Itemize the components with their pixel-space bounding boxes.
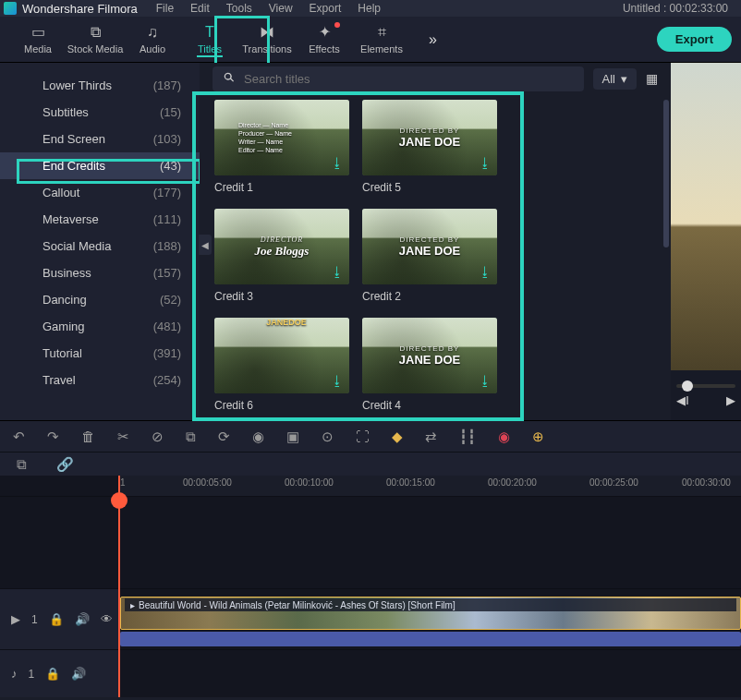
audio-track[interactable]: ♪ 1 🔒 🔊 bbox=[0, 649, 741, 697]
main-area: Lower Thirds(187) Subtitles(15) End Scre… bbox=[0, 63, 741, 420]
adjust-button[interactable]: ⇄ bbox=[425, 428, 437, 445]
title-card[interactable]: DIRECTED BYJANE DOE ⭳ Credit 5 bbox=[362, 100, 497, 194]
title-card[interactable]: Director — NameProducer — NameWriter — N… bbox=[214, 100, 349, 194]
redo-button[interactable]: ↷ bbox=[47, 428, 59, 445]
clip-title: Beautiful World - Wild Animals (Petar Mi… bbox=[139, 600, 456, 610]
download-icon[interactable]: ⭳ bbox=[331, 264, 344, 279]
filter-dropdown[interactable]: All ▾ bbox=[593, 68, 637, 90]
menu-tools[interactable]: Tools bbox=[226, 2, 252, 15]
title-thumb: JANEDOE ⭳ bbox=[214, 318, 349, 393]
sidebar-item-count: (481) bbox=[153, 320, 181, 333]
undo-button[interactable]: ↶ bbox=[13, 428, 25, 445]
export-button[interactable]: Export bbox=[657, 27, 732, 52]
menu-export[interactable]: Export bbox=[310, 2, 342, 15]
sidebar-item-travel[interactable]: Travel(254) bbox=[0, 367, 200, 393]
title-card-name: Credit 3 bbox=[214, 290, 349, 303]
sidebar-item-business[interactable]: Business(157) bbox=[0, 259, 200, 286]
audio-button[interactable]: ┇┇ bbox=[459, 428, 476, 445]
menu-help[interactable]: Help bbox=[358, 2, 381, 15]
tab-transitions[interactable]: ⧓ Transitions bbox=[238, 17, 296, 63]
tab-effects[interactable]: ✦ Effects bbox=[296, 17, 353, 63]
tab-media[interactable]: ▭ Media bbox=[9, 17, 67, 63]
speed-button[interactable]: ⟳ bbox=[218, 428, 230, 445]
title-card[interactable]: JANEDOE ⭳ Credit 6 bbox=[214, 318, 349, 412]
preview-controls: ◀Ⅰ ▶ bbox=[671, 370, 741, 420]
audio-waveform[interactable] bbox=[120, 632, 741, 646]
crop-button[interactable]: ⧉ bbox=[186, 428, 196, 445]
marker-button[interactable]: ⊕ bbox=[532, 428, 544, 445]
play-button[interactable]: ▶ bbox=[726, 393, 735, 407]
color-button[interactable]: ◉ bbox=[252, 428, 264, 445]
fit-button[interactable]: ⛶ bbox=[356, 428, 370, 444]
sidebar-item-social-media[interactable]: Social Media(188) bbox=[0, 233, 200, 259]
title-card-name: Credit 6 bbox=[214, 399, 349, 412]
menu-file[interactable]: File bbox=[156, 2, 174, 15]
visibility-icon[interactable]: 👁 bbox=[101, 612, 113, 626]
sidebar-item-subtitles[interactable]: Subtitles(15) bbox=[0, 99, 200, 126]
link-button[interactable]: 🔗 bbox=[56, 456, 74, 473]
mute-icon[interactable]: 🔊 bbox=[75, 612, 90, 626]
video-track-body[interactable]: ▸ Beautiful World - Wild Animals (Petar … bbox=[118, 589, 741, 649]
video-track-head: ▶ 1 🔒 🔊 👁 bbox=[0, 589, 118, 649]
audio-track-body[interactable] bbox=[118, 650, 741, 697]
title-card[interactable]: DIRECTED BYJANE DOE ⭳ Credit 2 bbox=[362, 209, 497, 303]
download-icon[interactable]: ⭳ bbox=[479, 264, 492, 279]
more-tabs-button[interactable]: » bbox=[429, 31, 437, 48]
delete-button[interactable]: 🗑 bbox=[81, 428, 95, 444]
title-card[interactable]: DIRECTED BYJANE DOE ⭳ Credit 4 bbox=[362, 318, 497, 412]
download-icon[interactable]: ⭳ bbox=[331, 155, 344, 170]
menu-bar: Wondershare Filmora File Edit Tools View… bbox=[0, 0, 741, 17]
sidebar-item-lower-thirds[interactable]: Lower Thirds(187) bbox=[0, 72, 200, 99]
search-field[interactable] bbox=[213, 66, 584, 91]
sidebar-item-tutorial[interactable]: Tutorial(391) bbox=[0, 340, 200, 367]
disable-button[interactable]: ⊘ bbox=[152, 428, 164, 445]
grid-view-toggle[interactable]: ▦ bbox=[646, 71, 658, 86]
prev-frame-button[interactable]: ◀Ⅰ bbox=[676, 393, 689, 407]
sidebar-item-label: End Screen bbox=[43, 132, 105, 146]
keyframe-button[interactable]: ◆ bbox=[392, 428, 403, 445]
sidebar-item-end-screen[interactable]: End Screen(103) bbox=[0, 126, 200, 152]
sidebar-item-callout[interactable]: Callout(177) bbox=[0, 179, 200, 206]
lock-icon[interactable]: 🔒 bbox=[45, 667, 60, 681]
sidebar-item-label: End Credits bbox=[43, 159, 105, 173]
menu-edit[interactable]: Edit bbox=[190, 2, 210, 15]
tab-elements[interactable]: ⌗ Elements bbox=[353, 17, 410, 63]
greenscreen-button[interactable]: ▣ bbox=[286, 428, 299, 445]
sidebar-item-label: Gaming bbox=[43, 320, 85, 333]
time-ruler[interactable]: 1 00:00:05:00 00:00:10:00 00:00:15:00 00… bbox=[118, 476, 741, 496]
sidebar-item-metaverse[interactable]: Metaverse(111) bbox=[0, 206, 200, 233]
tab-stock-media[interactable]: ⧉ Stock Media bbox=[67, 17, 124, 63]
mute-icon[interactable]: 🔊 bbox=[71, 667, 86, 681]
stock-icon: ⧉ bbox=[91, 25, 101, 40]
content-panel: All ▾ ▦ ◀ Director — NameProducer — Name… bbox=[200, 63, 671, 420]
category-sidebar: Lower Thirds(187) Subtitles(15) End Scre… bbox=[0, 63, 200, 420]
slider-knob-icon[interactable] bbox=[682, 380, 693, 392]
playhead[interactable] bbox=[118, 476, 120, 697]
asset-tabs: ▭ Media ⧉ Stock Media ♫ Audio T Titles ⧓… bbox=[0, 17, 741, 63]
preview-progress-slider[interactable] bbox=[676, 384, 735, 388]
audio-track-icon: ♪ bbox=[11, 667, 18, 681]
split-button[interactable]: ✂ bbox=[117, 428, 129, 445]
sidebar-item-count: (15) bbox=[160, 105, 181, 119]
download-icon[interactable]: ⭳ bbox=[479, 155, 492, 170]
tab-titles[interactable]: T Titles bbox=[181, 17, 238, 63]
menu-view[interactable]: View bbox=[269, 2, 293, 15]
sidebar-item-dancing[interactable]: Dancing(52) bbox=[0, 286, 200, 313]
sidebar-item-end-credits[interactable]: End Credits(43) bbox=[0, 152, 200, 179]
video-track[interactable]: ▶ 1 🔒 🔊 👁 ▸ Beautiful World - Wild Anima… bbox=[0, 588, 741, 649]
video-clip[interactable]: ▸ Beautiful World - Wild Animals (Petar … bbox=[120, 597, 741, 630]
tab-audio[interactable]: ♫ Audio bbox=[124, 17, 181, 63]
clip-label: ▸ Beautiful World - Wild Animals (Petar … bbox=[125, 598, 736, 611]
sidebar-item-gaming[interactable]: Gaming(481) bbox=[0, 313, 200, 340]
title-card[interactable]: DIRECTORJoe Bloggs ⭳ Credit 3 bbox=[214, 209, 349, 303]
search-input[interactable] bbox=[244, 72, 575, 86]
app-logo-icon bbox=[4, 2, 17, 15]
duration-button[interactable]: ⊙ bbox=[322, 428, 334, 445]
sidebar-item-label: Metaverse bbox=[43, 212, 99, 226]
download-icon[interactable]: ⭳ bbox=[479, 373, 492, 388]
copy-button[interactable]: ⧉ bbox=[17, 456, 27, 473]
download-icon[interactable]: ⭳ bbox=[331, 373, 344, 388]
record-button[interactable]: ◉ bbox=[498, 428, 510, 445]
lock-icon[interactable]: 🔒 bbox=[49, 612, 64, 626]
track-index: 1 bbox=[31, 613, 38, 626]
